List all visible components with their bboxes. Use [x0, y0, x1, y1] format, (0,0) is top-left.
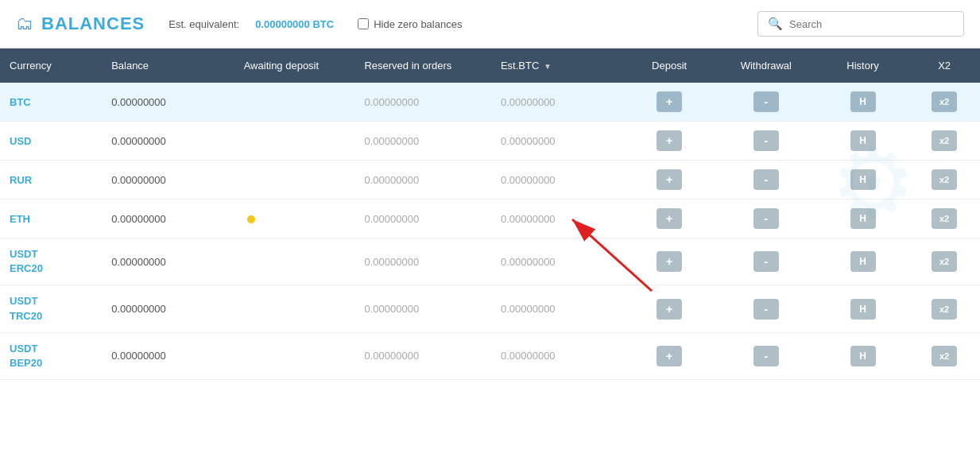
balance-value: 0.00000000 [111, 303, 166, 315]
history-button[interactable]: H [850, 299, 876, 320]
table-row: ETH0.000000000.000000000.00000000+-Hx2 [0, 200, 980, 238]
estbtc-value: 0.00000000 [501, 135, 556, 147]
currency-name[interactable]: USD [10, 135, 31, 147]
col-header-history: History [817, 48, 908, 83]
currency-name[interactable]: RUR [10, 174, 32, 186]
estbtc-value: 0.00000000 [501, 96, 556, 108]
currency-name[interactable]: USDTTRC20 [10, 295, 42, 321]
history-button[interactable]: H [850, 346, 876, 366]
reserved-value: 0.00000000 [364, 350, 419, 362]
col-header-estbtc: Est.BTC ▼ [491, 48, 624, 83]
balance-value: 0.00000000 [111, 213, 166, 225]
sort-icon-estbtc[interactable]: ▼ [544, 62, 552, 71]
col-header-withdrawal: Withdrawal [715, 48, 817, 83]
col-header-currency: Currency [0, 48, 102, 83]
x2-button[interactable]: x2 [932, 91, 957, 112]
history-button[interactable]: H [850, 169, 876, 190]
history-button[interactable]: H [850, 91, 876, 112]
balance-value: 0.00000000 [111, 174, 166, 186]
withdrawal-button[interactable]: - [753, 346, 779, 366]
col-header-deposit: Deposit [623, 48, 715, 83]
deposit-button[interactable]: + [657, 251, 682, 272]
table-row: USDTBEP200.000000000.000000000.00000000+… [0, 332, 980, 379]
table-row: USDTERC200.000000000.000000000.00000000+… [0, 238, 980, 285]
currency-name[interactable]: USDTERC20 [10, 248, 43, 274]
currency-name[interactable]: BTC [10, 96, 31, 108]
est-value: 0.00000000 BTC [255, 18, 334, 30]
deposit-button[interactable]: + [657, 169, 682, 190]
estbtc-value: 0.00000000 [501, 303, 556, 315]
page-title: BALANCES [41, 14, 145, 34]
deposit-button[interactable]: + [657, 91, 682, 112]
currency-name[interactable]: ETH [10, 213, 30, 225]
table-header-row: Currency Balance Awaiting deposit Reserv… [0, 48, 980, 83]
hide-zero-checkbox[interactable] [358, 18, 369, 29]
reserved-value: 0.00000000 [364, 256, 419, 268]
table-row: USD0.000000000.000000000.00000000+-Hx2 [0, 122, 980, 161]
history-button[interactable]: H [850, 130, 876, 151]
currency-name[interactable]: USDTBEP20 [10, 343, 42, 369]
eth-dot [247, 215, 255, 223]
reserved-value: 0.00000000 [364, 303, 419, 315]
withdrawal-button[interactable]: - [753, 169, 779, 190]
x2-button[interactable]: x2 [932, 346, 957, 366]
withdrawal-button[interactable]: - [753, 130, 779, 151]
balances-table-wrapper: ⚙ Currency Balance Awaiting deposit Rese… [0, 48, 980, 380]
deposit-button[interactable]: + [657, 346, 682, 366]
balance-value: 0.00000000 [111, 135, 166, 147]
x2-button[interactable]: x2 [932, 169, 957, 190]
reserved-value: 0.00000000 [364, 213, 419, 225]
withdrawal-button[interactable]: - [753, 91, 779, 112]
deposit-button[interactable]: + [657, 208, 682, 229]
table-row: RUR0.000000000.000000000.00000000+-Hx2 [0, 161, 980, 200]
col-header-balance: Balance [102, 48, 234, 83]
withdrawal-button[interactable]: - [753, 251, 779, 272]
withdrawal-button[interactable]: - [753, 299, 779, 320]
search-icon: 🔍 [768, 17, 783, 31]
wallet-icon: 🗂 [16, 14, 33, 34]
reserved-value: 0.00000000 [364, 135, 419, 147]
col-header-reserved: Reserved in orders [354, 48, 490, 83]
balance-value: 0.00000000 [111, 96, 166, 108]
estbtc-value: 0.00000000 [501, 174, 556, 186]
balances-table: Currency Balance Awaiting deposit Reserv… [0, 48, 980, 380]
reserved-value: 0.00000000 [364, 174, 419, 186]
history-button[interactable]: H [850, 208, 876, 229]
col-header-x2: X2 [908, 48, 980, 83]
deposit-button[interactable]: + [657, 299, 682, 320]
col-header-awaiting: Awaiting deposit [234, 48, 355, 83]
search-box: 🔍 [757, 11, 964, 37]
table-row: BTC0.000000000.000000000.00000000+-Hx2 [0, 83, 980, 122]
table-row: USDTTRC200.000000000.000000000.00000000+… [0, 285, 980, 332]
search-input[interactable] [789, 18, 954, 30]
history-button[interactable]: H [850, 251, 876, 272]
reserved-value: 0.00000000 [364, 96, 419, 108]
x2-button[interactable]: x2 [932, 251, 957, 272]
withdrawal-button[interactable]: - [753, 208, 779, 229]
x2-button[interactable]: x2 [932, 208, 957, 229]
x2-button[interactable]: x2 [932, 130, 957, 151]
estbtc-value: 0.00000000 [501, 350, 556, 362]
hide-zero-label[interactable]: Hide zero balances [374, 18, 462, 30]
balance-value: 0.00000000 [111, 256, 166, 268]
balance-value: 0.00000000 [111, 350, 166, 362]
estbtc-value: 0.00000000 [501, 213, 556, 225]
estbtc-value: 0.00000000 [501, 256, 556, 268]
deposit-button[interactable]: + [657, 130, 682, 151]
x2-button[interactable]: x2 [932, 299, 957, 320]
est-equivalent-label: Est. equivalent: [168, 18, 239, 30]
